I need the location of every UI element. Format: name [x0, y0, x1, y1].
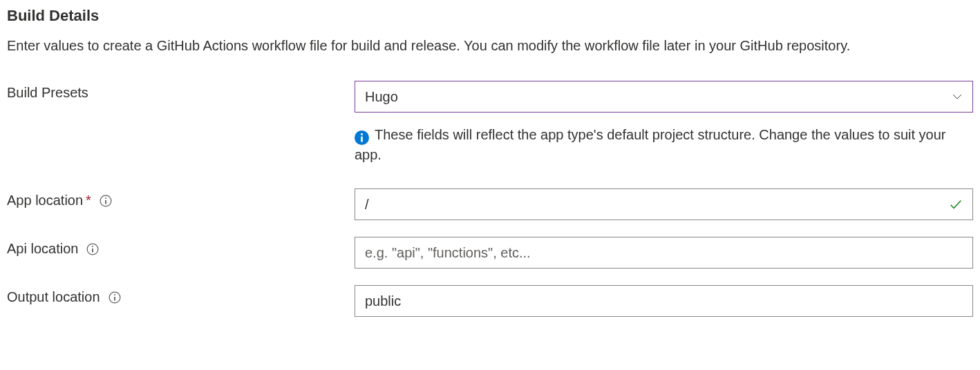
app-location-label: App location [7, 193, 83, 208]
app-location-row: App location * [7, 188, 973, 220]
build-presets-label: Build Presets [7, 85, 88, 101]
output-location-label: Output location [7, 289, 100, 305]
svg-point-11 [114, 294, 115, 295]
api-location-row: Api location [7, 237, 973, 269]
required-indicator: * [86, 193, 91, 208]
svg-point-5 [105, 197, 106, 199]
svg-rect-1 [361, 137, 363, 142]
info-icon[interactable] [109, 291, 121, 304]
api-location-label: Api location [7, 241, 78, 257]
svg-point-8 [92, 246, 93, 247]
info-icon[interactable] [86, 243, 99, 255]
output-location-input[interactable] [355, 285, 973, 317]
section-title: Build Details [7, 7, 973, 25]
info-filled-icon [355, 130, 369, 145]
output-location-row: Output location [7, 285, 973, 317]
svg-rect-2 [361, 133, 363, 135]
build-presets-hint: These fields will reflect the app type's… [355, 125, 973, 165]
api-location-input[interactable] [355, 237, 973, 269]
build-presets-value: Hugo [365, 89, 398, 105]
build-presets-select[interactable]: Hugo [355, 81, 973, 113]
build-presets-row: Build Presets Hugo These fiel [7, 81, 973, 172]
section-description: Enter values to create a GitHub Actions … [7, 36, 961, 56]
info-icon[interactable] [100, 195, 112, 207]
app-location-input[interactable] [355, 188, 973, 220]
